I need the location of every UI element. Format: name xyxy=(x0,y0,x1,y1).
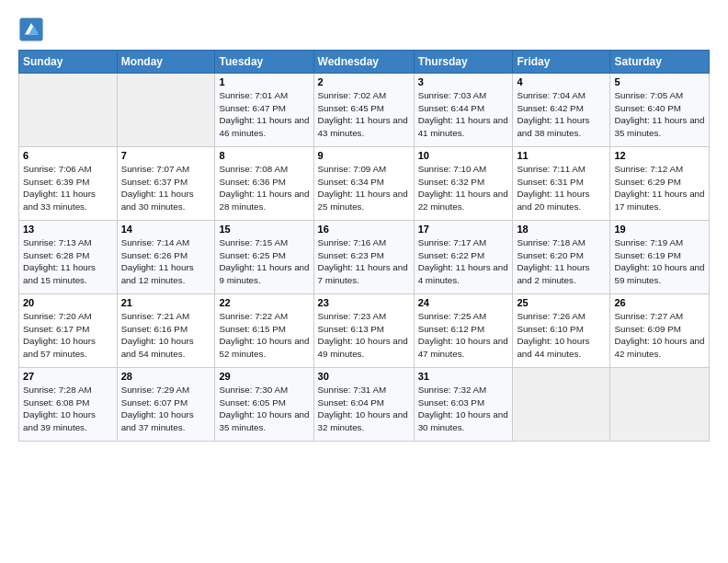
day-number: 12 xyxy=(614,150,705,161)
calendar-cell: 14Sunrise: 7:14 AM Sunset: 6:26 PM Dayli… xyxy=(117,221,215,294)
day-info: Sunrise: 7:21 AM Sunset: 6:16 PM Dayligh… xyxy=(121,310,211,361)
day-info: Sunrise: 7:02 AM Sunset: 6:45 PM Dayligh… xyxy=(318,89,410,140)
calendar-cell xyxy=(19,74,118,147)
calendar-cell: 26Sunrise: 7:27 AM Sunset: 6:09 PM Dayli… xyxy=(610,294,710,368)
header xyxy=(18,17,710,42)
day-info: Sunrise: 7:19 AM Sunset: 6:19 PM Dayligh… xyxy=(614,236,705,287)
calendar-cell: 29Sunrise: 7:30 AM Sunset: 6:05 PM Dayli… xyxy=(215,368,313,442)
calendar-cell: 4Sunrise: 7:04 AM Sunset: 6:42 PM Daylig… xyxy=(513,74,610,147)
day-number: 5 xyxy=(614,76,705,87)
calendar-cell: 17Sunrise: 7:17 AM Sunset: 6:22 PM Dayli… xyxy=(414,221,513,294)
day-number: 11 xyxy=(517,150,606,161)
day-info: Sunrise: 7:06 AM Sunset: 6:39 PM Dayligh… xyxy=(23,163,113,213)
weekday-tuesday: Tuesday xyxy=(215,51,313,74)
day-number: 25 xyxy=(517,297,606,308)
day-number: 29 xyxy=(219,371,309,382)
weekday-wednesday: Wednesday xyxy=(313,51,414,74)
day-info: Sunrise: 7:16 AM Sunset: 6:23 PM Dayligh… xyxy=(318,236,410,287)
calendar-week-1: 6Sunrise: 7:06 AM Sunset: 6:39 PM Daylig… xyxy=(19,147,710,221)
weekday-monday: Monday xyxy=(117,51,215,74)
weekday-saturday: Saturday xyxy=(610,51,710,74)
day-info: Sunrise: 7:14 AM Sunset: 6:26 PM Dayligh… xyxy=(121,236,211,287)
calendar-cell: 1Sunrise: 7:01 AM Sunset: 6:47 PM Daylig… xyxy=(215,74,313,147)
day-info: Sunrise: 7:18 AM Sunset: 6:20 PM Dayligh… xyxy=(517,236,606,287)
day-info: Sunrise: 7:12 AM Sunset: 6:29 PM Dayligh… xyxy=(614,163,705,213)
calendar-cell: 31Sunrise: 7:32 AM Sunset: 6:03 PM Dayli… xyxy=(414,368,513,442)
day-info: Sunrise: 7:17 AM Sunset: 6:22 PM Dayligh… xyxy=(418,236,509,287)
calendar-cell: 21Sunrise: 7:21 AM Sunset: 6:16 PM Dayli… xyxy=(117,294,215,368)
day-number: 21 xyxy=(121,297,211,308)
calendar-week-0: 1Sunrise: 7:01 AM Sunset: 6:47 PM Daylig… xyxy=(19,74,710,147)
day-info: Sunrise: 7:15 AM Sunset: 6:25 PM Dayligh… xyxy=(219,236,309,287)
calendar-cell: 6Sunrise: 7:06 AM Sunset: 6:39 PM Daylig… xyxy=(19,147,118,221)
day-info: Sunrise: 7:05 AM Sunset: 6:40 PM Dayligh… xyxy=(614,89,705,140)
calendar-cell: 28Sunrise: 7:29 AM Sunset: 6:07 PM Dayli… xyxy=(117,368,215,442)
day-info: Sunrise: 7:03 AM Sunset: 6:44 PM Dayligh… xyxy=(418,89,509,140)
day-number: 14 xyxy=(121,224,211,235)
calendar-cell: 3Sunrise: 7:03 AM Sunset: 6:44 PM Daylig… xyxy=(414,74,513,147)
day-number: 4 xyxy=(517,76,606,87)
day-number: 23 xyxy=(318,297,410,308)
calendar-cell: 5Sunrise: 7:05 AM Sunset: 6:40 PM Daylig… xyxy=(610,74,710,147)
day-info: Sunrise: 7:25 AM Sunset: 6:12 PM Dayligh… xyxy=(418,310,509,361)
calendar-week-4: 27Sunrise: 7:28 AM Sunset: 6:08 PM Dayli… xyxy=(19,368,710,442)
day-info: Sunrise: 7:04 AM Sunset: 6:42 PM Dayligh… xyxy=(517,89,606,140)
page: SundayMondayTuesdayWednesdayThursdayFrid… xyxy=(0,0,728,451)
calendar-cell: 11Sunrise: 7:11 AM Sunset: 6:31 PM Dayli… xyxy=(513,147,610,221)
calendar-cell xyxy=(117,74,215,147)
day-number: 19 xyxy=(614,224,705,235)
day-info: Sunrise: 7:28 AM Sunset: 6:08 PM Dayligh… xyxy=(23,384,113,434)
day-info: Sunrise: 7:26 AM Sunset: 6:10 PM Dayligh… xyxy=(517,310,606,361)
day-number: 9 xyxy=(318,150,410,161)
calendar-cell: 19Sunrise: 7:19 AM Sunset: 6:19 PM Dayli… xyxy=(610,221,710,294)
day-info: Sunrise: 7:31 AM Sunset: 6:04 PM Dayligh… xyxy=(318,384,410,434)
calendar-week-3: 20Sunrise: 7:20 AM Sunset: 6:17 PM Dayli… xyxy=(19,294,710,368)
day-info: Sunrise: 7:27 AM Sunset: 6:09 PM Dayligh… xyxy=(614,310,705,361)
day-number: 8 xyxy=(219,150,309,161)
calendar-cell: 25Sunrise: 7:26 AM Sunset: 6:10 PM Dayli… xyxy=(513,294,610,368)
day-info: Sunrise: 7:09 AM Sunset: 6:34 PM Dayligh… xyxy=(318,163,410,213)
day-number: 1 xyxy=(219,76,309,87)
calendar-header: SundayMondayTuesdayWednesdayThursdayFrid… xyxy=(19,51,710,74)
calendar-cell: 22Sunrise: 7:22 AM Sunset: 6:15 PM Dayli… xyxy=(215,294,313,368)
day-number: 28 xyxy=(121,371,211,382)
day-info: Sunrise: 7:23 AM Sunset: 6:13 PM Dayligh… xyxy=(318,310,410,361)
logo-icon xyxy=(18,17,44,42)
calendar-cell: 8Sunrise: 7:08 AM Sunset: 6:36 PM Daylig… xyxy=(215,147,313,221)
calendar-body: 1Sunrise: 7:01 AM Sunset: 6:47 PM Daylig… xyxy=(19,74,710,442)
calendar-cell: 13Sunrise: 7:13 AM Sunset: 6:28 PM Dayli… xyxy=(19,221,118,294)
day-info: Sunrise: 7:07 AM Sunset: 6:37 PM Dayligh… xyxy=(121,163,211,213)
day-number: 15 xyxy=(219,224,309,235)
calendar-cell: 7Sunrise: 7:07 AM Sunset: 6:37 PM Daylig… xyxy=(117,147,215,221)
day-number: 6 xyxy=(23,150,113,161)
calendar-cell: 24Sunrise: 7:25 AM Sunset: 6:12 PM Dayli… xyxy=(414,294,513,368)
day-number: 13 xyxy=(23,224,113,235)
calendar-cell: 18Sunrise: 7:18 AM Sunset: 6:20 PM Dayli… xyxy=(513,221,610,294)
day-number: 20 xyxy=(23,297,113,308)
day-number: 31 xyxy=(418,371,509,382)
calendar-cell: 23Sunrise: 7:23 AM Sunset: 6:13 PM Dayli… xyxy=(313,294,414,368)
day-info: Sunrise: 7:01 AM Sunset: 6:47 PM Dayligh… xyxy=(219,89,309,140)
weekday-header-row: SundayMondayTuesdayWednesdayThursdayFrid… xyxy=(19,51,710,74)
day-number: 27 xyxy=(23,371,113,382)
day-number: 3 xyxy=(418,76,509,87)
weekday-friday: Friday xyxy=(513,51,610,74)
calendar-cell: 30Sunrise: 7:31 AM Sunset: 6:04 PM Dayli… xyxy=(313,368,414,442)
calendar-cell: 15Sunrise: 7:15 AM Sunset: 6:25 PM Dayli… xyxy=(215,221,313,294)
day-number: 16 xyxy=(318,224,410,235)
day-number: 17 xyxy=(418,224,509,235)
day-number: 18 xyxy=(517,224,606,235)
calendar-cell xyxy=(513,368,610,442)
day-number: 7 xyxy=(121,150,211,161)
day-info: Sunrise: 7:22 AM Sunset: 6:15 PM Dayligh… xyxy=(219,310,309,361)
calendar-cell: 27Sunrise: 7:28 AM Sunset: 6:08 PM Dayli… xyxy=(19,368,118,442)
calendar-table: SundayMondayTuesdayWednesdayThursdayFrid… xyxy=(18,50,710,442)
day-info: Sunrise: 7:32 AM Sunset: 6:03 PM Dayligh… xyxy=(418,384,509,434)
day-number: 24 xyxy=(418,297,509,308)
day-info: Sunrise: 7:13 AM Sunset: 6:28 PM Dayligh… xyxy=(23,236,113,287)
calendar-cell: 9Sunrise: 7:09 AM Sunset: 6:34 PM Daylig… xyxy=(313,147,414,221)
day-number: 2 xyxy=(318,76,410,87)
calendar-cell xyxy=(610,368,710,442)
day-info: Sunrise: 7:30 AM Sunset: 6:05 PM Dayligh… xyxy=(219,384,309,434)
calendar-week-2: 13Sunrise: 7:13 AM Sunset: 6:28 PM Dayli… xyxy=(19,221,710,294)
